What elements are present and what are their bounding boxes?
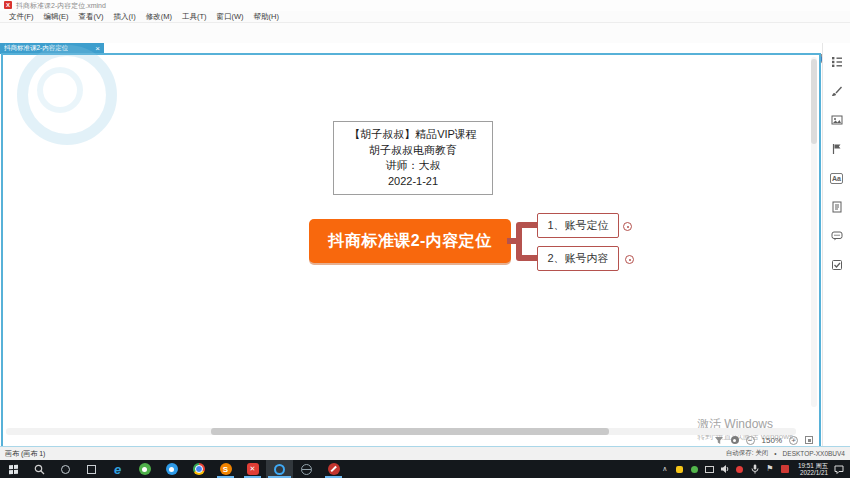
tray-green-icon[interactable] [690,460,700,478]
branch-topic-1[interactable]: 1、账号定位 [537,213,619,238]
windows-logo-icon [9,464,18,473]
note-line: 讲师：大叔 [338,158,488,174]
tray-chevron-up-icon[interactable]: ∧ [660,460,670,478]
expand-toggle-icon[interactable] [625,255,634,264]
toolbar: ↶ ↷ ▾ ⇄ } ••• ▾ ▾ [0,23,850,44]
vertical-scrollbar-thumb[interactable] [811,59,817,144]
tab-close-icon[interactable]: × [95,45,100,53]
note-line: 2022-1-21 [338,174,488,190]
menu-modify[interactable]: 修改(M) [141,12,177,22]
task-checkbox-icon[interactable] [830,258,844,272]
tray-yellow-icon[interactable] [675,460,685,478]
red-app-icon: ✕ [247,463,259,475]
task-view-icon[interactable] [78,460,104,478]
central-topic[interactable]: 抖商标准课2-内容定位 [309,219,511,263]
edge-icon: e [114,463,121,476]
image-icon[interactable] [830,113,844,127]
outline-structure-icon[interactable] [830,55,844,69]
central-topic-label: 抖商标准课2-内容定位 [328,231,492,252]
ring-shape [61,465,70,474]
blue-app-icon [166,463,178,475]
note-line: 胡子叔叔电商教育 [338,143,488,159]
zoom-level: 150% [762,436,782,445]
square-shape [87,465,96,474]
comment-icon[interactable] [830,229,844,243]
tray-display-icon[interactable] [705,460,715,478]
darkred-app-icon [328,463,340,475]
taskbar-app-sogou[interactable]: S [212,460,239,478]
menu-file[interactable]: 文件(F) [4,12,39,22]
taskbar-app-darkred[interactable] [320,460,347,478]
taskbar-search-icon[interactable] [26,460,52,478]
start-button[interactable] [0,460,26,478]
branch-label: 1、账号定位 [547,218,608,233]
right-sidebar: Aa [822,43,850,446]
window-title: 抖商标准课2-内容定位.xmind [16,1,106,11]
active-app-icon [274,464,285,475]
fit-map-icon[interactable] [805,436,813,444]
marker-flag-icon[interactable] [830,142,844,156]
app-icon: X [4,1,12,9]
cortana-icon[interactable] [52,460,78,478]
system-tray: ∧ ⚑ [660,460,794,478]
menu-edit[interactable]: 编辑(E) [39,12,74,22]
floating-note-topic[interactable]: 【胡子叔叔】精品VIP课程 胡子叔叔电商教育 讲师：大叔 2022-1-21 [333,121,493,195]
vertical-scrollbar [811,57,817,407]
taskbar-app-blue[interactable] [158,460,185,478]
expand-toggle-icon[interactable] [623,222,632,231]
status-bar: 画布 (画布 1) 自动保存: 关闭 • DESKTOP-XX0BUV4 [0,446,850,460]
taskbar-app-globe[interactable] [293,460,320,478]
tray-red-icon[interactable] [735,460,745,478]
note-line: 【胡子叔叔】精品VIP课程 [338,127,488,143]
notification-center-icon[interactable] [832,460,850,478]
tray-redsquare-icon[interactable] [780,460,790,478]
zoom-in-icon[interactable]: + [789,436,798,445]
status-separator: • [774,450,776,457]
tray-microphone-icon[interactable] [750,460,760,478]
style-brush-icon[interactable] [830,84,844,98]
canvas-watermark-logo-inner [37,67,83,113]
menu-tools[interactable]: 工具(T) [177,12,212,22]
taskbar: e S ✕ ∧ ⚑ 19:51 周五 2022/1/21 [0,460,850,478]
menu-help[interactable]: 帮助(H) [249,12,284,22]
taskbar-app-green[interactable] [131,460,158,478]
chevron-glyph: ∧ [662,465,667,473]
taskbar-app-xmind-active[interactable] [266,460,293,478]
globe-app-icon [301,464,312,475]
taskbar-app-chrome[interactable] [185,460,212,478]
clock-time: 19:51 周五 [798,462,828,469]
horizontal-scrollbar [6,428,796,435]
aa-glyph: Aa [830,173,843,184]
horizontal-scrollbar-thumb[interactable] [211,428,609,435]
sheet-tab[interactable]: 画布 (画布 1) [5,449,45,459]
branch-connector [507,212,539,268]
branch-label: 2、账号内容 [547,251,608,266]
orange-app-icon: S [220,463,232,475]
clock-date: 2022/1/21 [800,469,828,476]
menu-window[interactable]: 窗口(W) [212,12,249,22]
menu-bar: 文件(F) 编辑(E) 查看(V) 插入(I) 修改(M) 工具(T) 窗口(W… [0,11,850,23]
device-name: DESKTOP-XX0BUV4 [783,450,845,457]
taskbar-app-edge[interactable]: e [104,460,131,478]
tray-volume-icon[interactable] [720,460,730,478]
taskbar-app-red[interactable]: ✕ [239,460,266,478]
chrome-icon [193,463,205,475]
notes-icon[interactable] [830,200,844,214]
autosave-status: 自动保存: 关闭 [726,449,769,458]
zoom-controls: − 150% + [714,435,813,445]
taskbar-clock[interactable]: 19:51 周五 2022/1/21 [798,460,828,478]
zoom-out-icon[interactable]: − [746,436,755,445]
branch-topic-2[interactable]: 2、账号内容 [537,246,619,271]
overview-icon[interactable] [731,436,739,444]
tray-flag-icon[interactable]: ⚑ [765,460,775,478]
app-window: X 抖商标准课2-内容定位.xmind 文件(F) 编辑(E) 查看(V) 插入… [0,0,850,478]
green-app-icon [139,463,151,475]
menu-insert[interactable]: 插入(I) [109,12,141,22]
menu-view[interactable]: 查看(V) [74,12,109,22]
label-text-icon[interactable]: Aa [830,171,844,185]
mindmap-canvas[interactable]: 【胡子叔叔】精品VIP课程 胡子叔叔电商教育 讲师：大叔 2022-1-21 抖… [1,53,821,448]
